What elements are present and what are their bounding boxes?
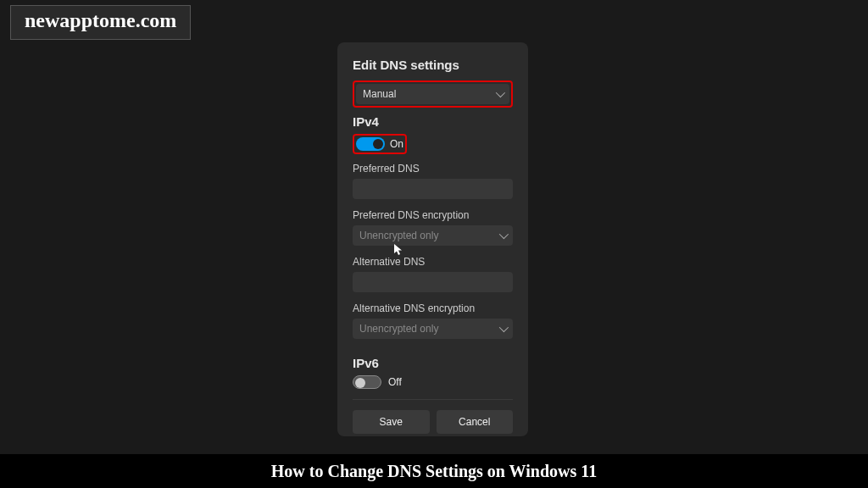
- chevron-down-icon: [496, 88, 505, 97]
- ipv6-section-label: IPv6: [353, 356, 513, 370]
- preferred-enc-dropdown[interactable]: Unencrypted only: [353, 225, 513, 246]
- ipv6-toggle[interactable]: [353, 375, 381, 389]
- alt-enc-label: Alternative DNS encryption: [353, 302, 513, 314]
- edit-dns-dialog: Edit DNS settings Manual IPv4 On Preferr…: [337, 42, 528, 436]
- dns-mode-value: Manual: [363, 88, 396, 100]
- highlight-mode-dropdown: Manual: [353, 80, 513, 108]
- toggle-knob: [373, 139, 383, 149]
- toggle-knob: [355, 378, 365, 388]
- alt-dns-label: Alternative DNS: [353, 256, 513, 268]
- chevron-down-icon: [499, 230, 509, 239]
- alt-enc-dropdown[interactable]: Unencrypted only: [353, 319, 513, 339]
- ipv4-toggle[interactable]: [356, 137, 385, 151]
- alt-dns-input[interactable]: [353, 272, 513, 292]
- preferred-dns-input[interactable]: [353, 179, 513, 199]
- dns-mode-dropdown[interactable]: Manual: [356, 84, 509, 104]
- ipv4-toggle-state: On: [390, 138, 403, 150]
- preferred-dns-label: Preferred DNS: [353, 163, 513, 175]
- alt-enc-value: Unencrypted only: [359, 323, 438, 335]
- save-button[interactable]: Save: [353, 410, 430, 434]
- dialog-title: Edit DNS settings: [353, 58, 513, 72]
- watermark-banner: newapptome.com: [10, 5, 191, 40]
- preferred-enc-label: Preferred DNS encryption: [353, 209, 513, 221]
- cancel-button[interactable]: Cancel: [437, 410, 514, 434]
- highlight-ipv4-toggle: On: [353, 134, 407, 154]
- ipv4-section-label: IPv4: [353, 114, 513, 129]
- chevron-down-icon: [499, 323, 509, 332]
- dialog-button-row: Save Cancel: [353, 399, 513, 434]
- footer-caption: How to Change DNS Settings on Windows 11: [0, 454, 868, 488]
- preferred-enc-value: Unencrypted only: [359, 230, 438, 241]
- ipv6-toggle-state: Off: [388, 376, 402, 388]
